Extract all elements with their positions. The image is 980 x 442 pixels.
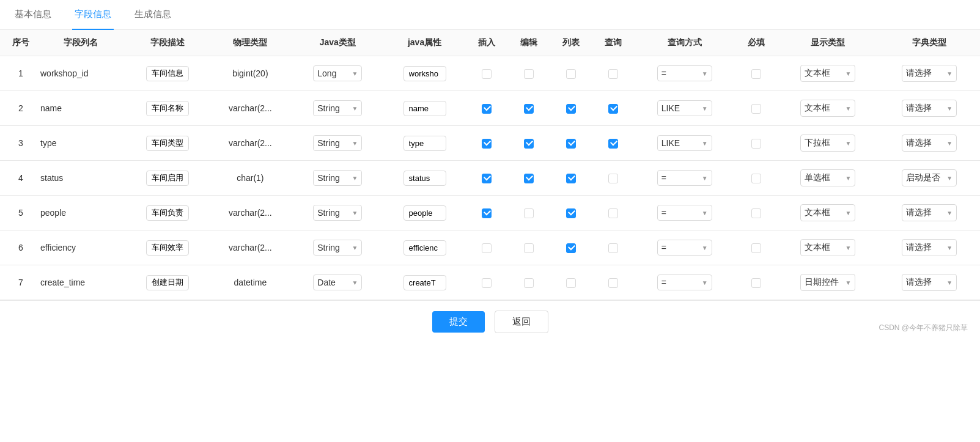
cell-display-type[interactable]: 文本框▼: [777, 91, 879, 126]
cell-field-desc[interactable]: [127, 126, 208, 161]
insert-checkbox[interactable]: [482, 278, 492, 288]
cell-java-type[interactable]: Date▼: [292, 265, 383, 300]
cell-field-desc[interactable]: [127, 196, 208, 230]
insert-checkbox[interactable]: [482, 69, 492, 79]
cell-java-type[interactable]: String▼: [292, 91, 383, 126]
cell-display-type[interactable]: 单选框▼: [777, 161, 879, 196]
cell-list[interactable]: [550, 56, 592, 91]
edit-checkbox[interactable]: [524, 208, 534, 218]
cell-query-method[interactable]: LIKE▼: [634, 91, 735, 126]
cell-dict-type[interactable]: 启动是否▼: [879, 161, 980, 196]
query-checkbox[interactable]: [608, 208, 618, 218]
cell-query[interactable]: [592, 161, 634, 196]
tab-basic[interactable]: 基本信息: [12, 0, 54, 30]
query-checkbox[interactable]: [608, 139, 618, 149]
cell-edit[interactable]: [508, 265, 550, 300]
cell-required[interactable]: [735, 265, 778, 300]
cell-java-attr[interactable]: [383, 126, 465, 161]
cell-list[interactable]: [550, 196, 592, 230]
edit-checkbox[interactable]: [524, 243, 534, 253]
cell-insert[interactable]: [466, 161, 508, 196]
cell-field-desc[interactable]: [127, 161, 208, 196]
edit-checkbox[interactable]: [524, 139, 534, 149]
query-checkbox[interactable]: [608, 278, 618, 288]
cell-dict-type[interactable]: 请选择▼: [879, 91, 980, 126]
tab-field[interactable]: 字段信息: [72, 0, 114, 30]
required-checkbox[interactable]: [751, 104, 761, 114]
required-checkbox[interactable]: [751, 208, 761, 218]
cell-field-desc[interactable]: [127, 230, 208, 265]
insert-checkbox[interactable]: [482, 208, 492, 218]
cell-edit[interactable]: [508, 196, 550, 230]
list-checkbox[interactable]: [566, 104, 576, 114]
cell-insert[interactable]: [466, 91, 508, 126]
cell-java-type[interactable]: String▼: [292, 161, 383, 196]
cell-display-type[interactable]: 文本框▼: [777, 56, 879, 91]
cell-query[interactable]: [592, 56, 634, 91]
cell-list[interactable]: [550, 265, 592, 300]
cell-display-type[interactable]: 文本框▼: [777, 196, 879, 230]
cell-query-method[interactable]: =▼: [634, 56, 735, 91]
cell-insert[interactable]: [466, 126, 508, 161]
cell-java-type[interactable]: String▼: [292, 196, 383, 230]
cell-query[interactable]: [592, 196, 634, 230]
edit-checkbox[interactable]: [524, 278, 534, 288]
list-checkbox[interactable]: [566, 139, 576, 149]
submit-button[interactable]: 提交: [432, 311, 485, 333]
query-checkbox[interactable]: [608, 104, 618, 114]
cell-query-method[interactable]: =▼: [634, 265, 735, 300]
cell-required[interactable]: [735, 161, 778, 196]
cell-insert[interactable]: [466, 56, 508, 91]
cell-java-attr[interactable]: [383, 91, 465, 126]
cell-required[interactable]: [735, 230, 778, 265]
cell-dict-type[interactable]: 请选择▼: [879, 56, 980, 91]
edit-checkbox[interactable]: [524, 104, 534, 114]
cell-display-type[interactable]: 下拉框▼: [777, 126, 879, 161]
cell-query[interactable]: [592, 91, 634, 126]
list-checkbox[interactable]: [566, 69, 576, 79]
cell-display-type[interactable]: 文本框▼: [777, 230, 879, 265]
required-checkbox[interactable]: [751, 243, 761, 253]
cell-list[interactable]: [550, 230, 592, 265]
insert-checkbox[interactable]: [482, 104, 492, 114]
cell-required[interactable]: [735, 196, 778, 230]
cell-required[interactable]: [735, 91, 778, 126]
cell-edit[interactable]: [508, 91, 550, 126]
required-checkbox[interactable]: [751, 278, 761, 288]
list-checkbox[interactable]: [566, 174, 576, 183]
edit-checkbox[interactable]: [524, 69, 534, 79]
cell-field-desc[interactable]: [127, 56, 208, 91]
edit-checkbox[interactable]: [524, 174, 534, 183]
insert-checkbox[interactable]: [482, 243, 492, 253]
cell-java-attr[interactable]: [383, 56, 465, 91]
cell-dict-type[interactable]: 请选择▼: [879, 265, 980, 300]
cell-list[interactable]: [550, 126, 592, 161]
cell-query-method[interactable]: LIKE▼: [634, 126, 735, 161]
cell-insert[interactable]: [466, 265, 508, 300]
cell-java-attr[interactable]: [383, 161, 465, 196]
query-checkbox[interactable]: [608, 69, 618, 79]
cell-query-method[interactable]: =▼: [634, 161, 735, 196]
list-checkbox[interactable]: [566, 243, 576, 253]
cell-java-type[interactable]: String▼: [292, 230, 383, 265]
cell-display-type[interactable]: 日期控件▼: [777, 265, 879, 300]
cell-edit[interactable]: [508, 126, 550, 161]
cell-edit[interactable]: [508, 161, 550, 196]
query-checkbox[interactable]: [608, 243, 618, 253]
cell-required[interactable]: [735, 126, 778, 161]
list-checkbox[interactable]: [566, 208, 576, 218]
cell-java-type[interactable]: String▼: [292, 126, 383, 161]
cell-dict-type[interactable]: 请选择▼: [879, 196, 980, 230]
cell-java-attr[interactable]: [383, 265, 465, 300]
required-checkbox[interactable]: [751, 139, 761, 149]
cell-insert[interactable]: [466, 230, 508, 265]
cell-required[interactable]: [735, 56, 778, 91]
cell-dict-type[interactable]: 请选择▼: [879, 126, 980, 161]
cell-java-type[interactable]: Long▼: [292, 56, 383, 91]
cell-java-attr[interactable]: [383, 230, 465, 265]
return-button[interactable]: 返回: [495, 311, 548, 333]
cell-field-desc[interactable]: [127, 91, 208, 126]
tab-generate[interactable]: 生成信息: [132, 0, 174, 30]
cell-edit[interactable]: [508, 230, 550, 265]
cell-query[interactable]: [592, 126, 634, 161]
